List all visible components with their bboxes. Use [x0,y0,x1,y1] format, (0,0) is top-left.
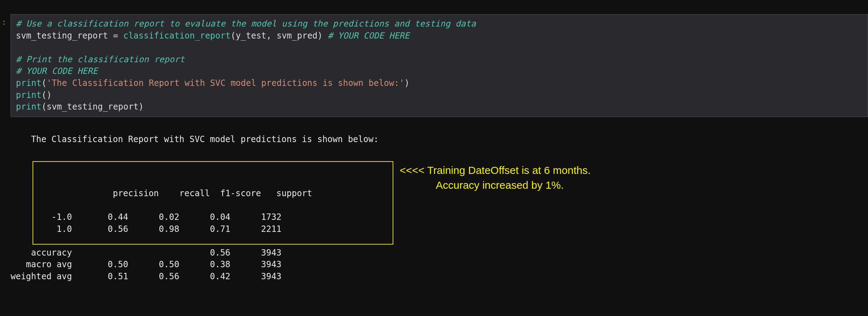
classification-report: <<<< Training DateOffset is at 6 months.… [11,164,868,295]
code-print-2: print [16,90,41,100]
code-comment-inline: # YOUR CODE HERE [328,31,409,41]
code-func-classification-report: classification_report [118,31,231,41]
input-cell-row: : # Use a classification report to evalu… [0,14,868,117]
report-accuracy: accuracy 0.56 3943 [11,248,282,258]
code-comment-2: # Print the classification report [16,54,185,64]
code-comment-1: # Use a classification report to evaluat… [16,19,476,29]
notebook-container: : # Use a classification report to evalu… [0,0,868,316]
code-print-1: print [16,78,41,88]
code-string: 'The Classification Report with SVC mode… [47,78,404,88]
code-empty-parens: () [41,90,52,100]
code-var: svm_testing_report [16,31,113,41]
code-print-args: (svm_testing_report) [41,102,144,112]
code-eq: = [113,31,118,41]
report-macro-avg: macro avg 0.50 0.50 0.38 3943 [11,259,282,269]
code-print-3: print [16,102,41,112]
annotation: <<<< Training DateOffset is at 6 months.… [400,163,591,193]
report-row-1: -1.0 0.44 0.02 0.04 1732 [11,212,282,222]
report-weighted-avg: weighted avg 0.51 0.56 0.42 3943 [11,271,282,281]
output-area: The Classification Report with SVC model… [0,117,868,316]
output-heading: The Classification Report with SVC model… [31,134,379,144]
annotation-line-1: <<<< Training DateOffset is at 6 months. [400,163,591,178]
input-prompt: : [0,14,6,27]
code-paren-open: ( [41,78,46,88]
code-paren-close: ) [404,78,409,88]
code-comment-3: # YOUR CODE HERE [16,66,98,76]
annotation-line-2: Accuracy increased by 1%. [400,178,591,193]
report-header: precision recall f1-score support [41,188,312,198]
report-row-2: 1.0 0.56 0.98 0.71 2211 [11,224,282,234]
code-args: (y_test, svm_pred) [231,31,328,41]
code-cell[interactable]: # Use a classification report to evaluat… [11,14,868,117]
